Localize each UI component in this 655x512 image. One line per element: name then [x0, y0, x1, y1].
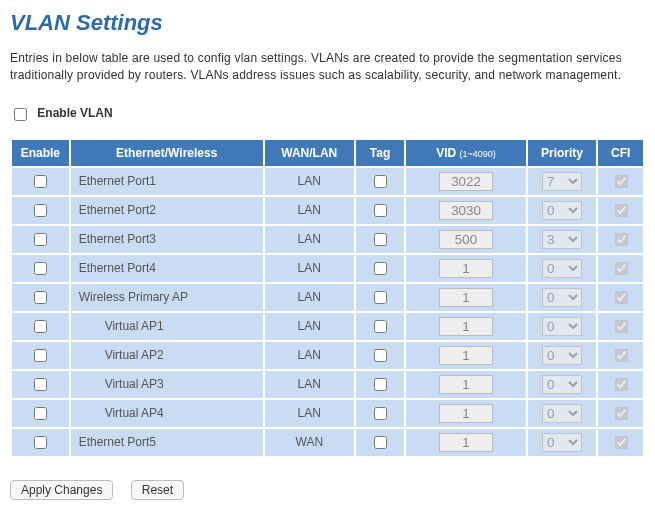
row-enable-checkbox[interactable] — [34, 407, 47, 420]
row-wanlan: LAN — [264, 196, 355, 225]
row-wanlan: LAN — [264, 312, 355, 341]
table-row: Wireless Primary APLAN01234567 — [11, 283, 644, 312]
row-priority-select[interactable]: 01234567 — [542, 317, 582, 336]
row-vid-input[interactable] — [439, 433, 493, 452]
row-priority-select[interactable]: 01234567 — [542, 375, 582, 394]
row-wanlan: LAN — [264, 283, 355, 312]
reset-button[interactable]: Reset — [131, 480, 184, 500]
row-vid-input[interactable] — [439, 404, 493, 423]
row-vid-input[interactable] — [439, 346, 493, 365]
row-wanlan: LAN — [264, 225, 355, 254]
th-enable: Enable — [11, 139, 70, 167]
button-bar: Apply Changes Reset — [10, 480, 645, 500]
row-tag-checkbox[interactable] — [374, 233, 387, 246]
row-enable-checkbox[interactable] — [34, 378, 47, 391]
row-port-name: Ethernet Port1 — [70, 167, 264, 196]
row-cfi-checkbox[interactable] — [615, 291, 628, 304]
th-vid-label: VID — [436, 146, 456, 160]
row-priority-select[interactable]: 01234567 — [542, 433, 582, 452]
row-vid-input[interactable] — [439, 230, 493, 249]
row-wanlan: WAN — [264, 428, 355, 457]
table-row: Ethernet Port3LAN01234567 — [11, 225, 644, 254]
row-vid-input[interactable] — [439, 172, 493, 191]
table-row: Ethernet Port2LAN01234567 — [11, 196, 644, 225]
row-cfi-checkbox[interactable] — [615, 262, 628, 275]
row-wanlan: LAN — [264, 167, 355, 196]
row-cfi-checkbox[interactable] — [615, 320, 628, 333]
th-ethernet: Ethernet/Wireless — [70, 139, 264, 167]
row-port-name: Virtual AP4 — [70, 399, 264, 428]
table-row: Virtual AP2LAN01234567 — [11, 341, 644, 370]
row-vid-input[interactable] — [439, 259, 493, 278]
row-wanlan: LAN — [264, 341, 355, 370]
row-vid-input[interactable] — [439, 317, 493, 336]
row-port-name: Ethernet Port5 — [70, 428, 264, 457]
row-vid-input[interactable] — [439, 201, 493, 220]
row-vid-input[interactable] — [439, 288, 493, 307]
th-cfi: CFI — [597, 139, 644, 167]
row-port-name: Virtual AP1 — [70, 312, 264, 341]
row-priority-select[interactable]: 01234567 — [542, 201, 582, 220]
enable-vlan-container: Enable VLAN — [10, 105, 645, 124]
row-tag-checkbox[interactable] — [374, 175, 387, 188]
row-tag-checkbox[interactable] — [374, 262, 387, 275]
row-priority-select[interactable]: 01234567 — [542, 172, 582, 191]
row-cfi-checkbox[interactable] — [615, 436, 628, 449]
enable-vlan-checkbox[interactable] — [14, 108, 27, 121]
row-tag-checkbox[interactable] — [374, 204, 387, 217]
row-cfi-checkbox[interactable] — [615, 233, 628, 246]
row-priority-select[interactable]: 01234567 — [542, 288, 582, 307]
row-cfi-checkbox[interactable] — [615, 349, 628, 362]
row-tag-checkbox[interactable] — [374, 407, 387, 420]
row-tag-checkbox[interactable] — [374, 436, 387, 449]
row-port-name: Ethernet Port4 — [70, 254, 264, 283]
apply-changes-button[interactable]: Apply Changes — [10, 480, 113, 500]
row-priority-select[interactable]: 01234567 — [542, 404, 582, 423]
row-priority-select[interactable]: 01234567 — [542, 230, 582, 249]
th-tag: Tag — [355, 139, 406, 167]
th-vid: VID (1~4090) — [405, 139, 526, 167]
row-vid-input[interactable] — [439, 375, 493, 394]
row-cfi-checkbox[interactable] — [615, 407, 628, 420]
row-enable-checkbox[interactable] — [34, 262, 47, 275]
vlan-table: Enable Ethernet/Wireless WAN/LAN Tag VID… — [10, 138, 645, 458]
th-priority: Priority — [527, 139, 598, 167]
row-tag-checkbox[interactable] — [374, 320, 387, 333]
table-row: Virtual AP3LAN01234567 — [11, 370, 644, 399]
table-row: Ethernet Port5WAN01234567 — [11, 428, 644, 457]
row-cfi-checkbox[interactable] — [615, 175, 628, 188]
row-tag-checkbox[interactable] — [374, 349, 387, 362]
th-wanlan: WAN/LAN — [264, 139, 355, 167]
row-enable-checkbox[interactable] — [34, 204, 47, 217]
row-enable-checkbox[interactable] — [34, 233, 47, 246]
row-enable-checkbox[interactable] — [34, 320, 47, 333]
row-enable-checkbox[interactable] — [34, 349, 47, 362]
row-port-name: Virtual AP3 — [70, 370, 264, 399]
row-enable-checkbox[interactable] — [34, 436, 47, 449]
row-cfi-checkbox[interactable] — [615, 378, 628, 391]
row-port-name: Virtual AP2 — [70, 341, 264, 370]
table-row: Ethernet Port1LAN01234567 — [11, 167, 644, 196]
row-priority-select[interactable]: 01234567 — [542, 346, 582, 365]
row-tag-checkbox[interactable] — [374, 291, 387, 304]
row-port-name: Ethernet Port3 — [70, 225, 264, 254]
row-enable-checkbox[interactable] — [34, 291, 47, 304]
enable-vlan-label: Enable VLAN — [37, 106, 112, 120]
row-port-name: Ethernet Port2 — [70, 196, 264, 225]
row-port-name: Wireless Primary AP — [70, 283, 264, 312]
row-tag-checkbox[interactable] — [374, 378, 387, 391]
row-cfi-checkbox[interactable] — [615, 204, 628, 217]
table-row: Virtual AP1LAN01234567 — [11, 312, 644, 341]
row-enable-checkbox[interactable] — [34, 175, 47, 188]
row-wanlan: LAN — [264, 254, 355, 283]
row-priority-select[interactable]: 01234567 — [542, 259, 582, 278]
page-title: VLAN Settings — [10, 10, 645, 36]
row-wanlan: LAN — [264, 370, 355, 399]
row-wanlan: LAN — [264, 399, 355, 428]
th-vid-range: (1~4090) — [460, 149, 496, 159]
table-row: Ethernet Port4LAN01234567 — [11, 254, 644, 283]
page-description: Entries in below table are used to confi… — [10, 50, 640, 85]
table-row: Virtual AP4LAN01234567 — [11, 399, 644, 428]
